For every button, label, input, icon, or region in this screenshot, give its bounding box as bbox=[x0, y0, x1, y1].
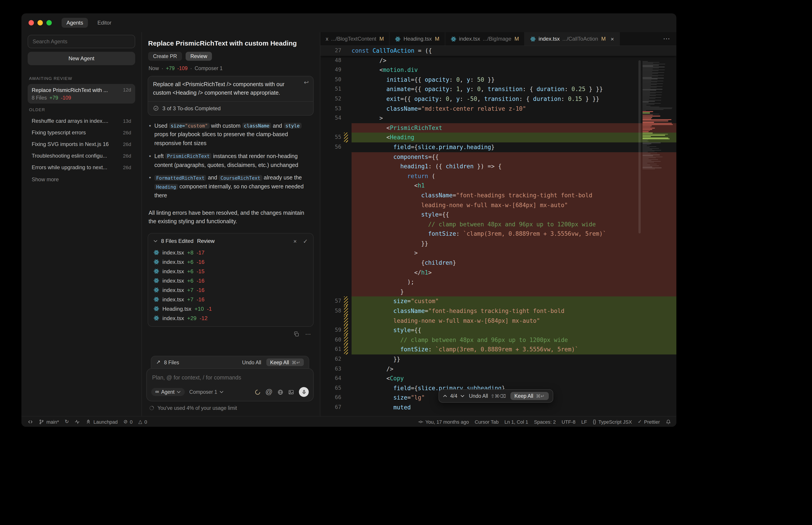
git-branch[interactable]: main* bbox=[39, 419, 59, 424]
code-line[interactable]: 52exit={{ opacity: 0, y: -50, transition… bbox=[321, 94, 676, 104]
restore-checkpoint-icon[interactable]: ↩ bbox=[304, 79, 309, 85]
code-line[interactable]: 67muted bbox=[321, 403, 676, 412]
image-icon[interactable] bbox=[288, 389, 294, 395]
code-line[interactable]: heading1: ({ children }) => { bbox=[321, 162, 676, 171]
code-line[interactable]: 49<motion.div bbox=[321, 65, 676, 75]
new-agent-button[interactable]: New Agent bbox=[28, 52, 135, 65]
prev-diff-icon[interactable] bbox=[443, 395, 447, 397]
code-line[interactable]: 59style={{ bbox=[321, 326, 676, 335]
code-line[interactable]: 53className="md:text-center relative z-1… bbox=[321, 104, 676, 114]
mention-icon[interactable]: @ bbox=[265, 388, 273, 395]
code-line[interactable]: 63/> bbox=[321, 364, 676, 374]
web-icon[interactable] bbox=[278, 389, 283, 395]
agent-list-item[interactable]: Fixing SVG imports in Next.js 1626d bbox=[28, 138, 135, 150]
tab-editor[interactable]: Editor bbox=[93, 18, 116, 28]
agent-mode-selector[interactable]: ∞ Agent bbox=[151, 388, 185, 396]
agent-activity[interactable] bbox=[75, 419, 80, 424]
agent-list-item[interactable]: Reshuffle card arrays in index....13d bbox=[28, 115, 135, 127]
edited-file-row[interactable]: index.tsx+6-16 bbox=[153, 257, 309, 267]
search-input[interactable] bbox=[33, 39, 130, 45]
cursor-position[interactable]: Ln 1, Col 1 bbox=[504, 419, 528, 424]
reject-all-icon[interactable]: × bbox=[293, 238, 297, 244]
agent-list-item-selected[interactable]: Replace PrismicRichText with ... 12d 8 F… bbox=[28, 84, 135, 104]
voice-button[interactable] bbox=[299, 387, 309, 397]
composer-input-card[interactable]: ∞ Agent Composer 1 @ bbox=[146, 368, 314, 401]
code-line[interactable]: }} bbox=[321, 239, 676, 249]
code-line[interactable]: } bbox=[321, 287, 676, 297]
language-mode[interactable]: {}TypeScript JSX bbox=[593, 419, 632, 424]
remote-indicator[interactable] bbox=[28, 419, 33, 424]
code-line[interactable]: 48/> bbox=[321, 56, 676, 65]
agent-list-item[interactable]: Errors while upgrading to next...26d bbox=[28, 162, 135, 173]
notifications[interactable] bbox=[666, 419, 671, 424]
sync-changes[interactable]: ↻ bbox=[65, 419, 69, 424]
code-line[interactable]: return ( bbox=[321, 171, 676, 181]
undo-all-button[interactable]: Undo All bbox=[242, 360, 261, 365]
review-button[interactable]: Review bbox=[185, 52, 212, 61]
more-actions-icon[interactable]: ⋯ bbox=[305, 331, 311, 337]
eol[interactable]: LF bbox=[581, 419, 587, 424]
code-line[interactable]: > bbox=[321, 249, 676, 258]
code-line[interactable]: 56field={slice.primary.heading} bbox=[321, 142, 676, 152]
warnings-count[interactable]: △0 bbox=[138, 419, 147, 424]
editor-tab[interactable]: index.tsx.../CallToActionM× bbox=[525, 32, 620, 46]
create-pr-button[interactable]: Create PR bbox=[148, 52, 182, 61]
code-line[interactable]: style={{ bbox=[321, 210, 676, 220]
code-line[interactable]: leading-none w-full max-w-[684px] mx-aut… bbox=[321, 316, 676, 326]
composer-selector[interactable]: Composer 1 bbox=[189, 389, 223, 395]
code-line[interactable]: 60// clamp between 48px and 96px up to 1… bbox=[321, 335, 676, 345]
last-commit[interactable]: You, 17 months ago bbox=[418, 419, 469, 424]
edited-file-row[interactable]: index.tsx+7-16 bbox=[153, 295, 309, 304]
composer-text-input[interactable] bbox=[152, 375, 310, 381]
editor-scrollbar[interactable] bbox=[638, 60, 641, 234]
files-review-link[interactable]: Review bbox=[197, 238, 215, 244]
indentation[interactable]: Spaces: 2 bbox=[534, 419, 556, 424]
formatter[interactable]: ✓Prettier bbox=[638, 419, 660, 424]
code-line[interactable]: 27const CallToAction = ({ bbox=[321, 46, 676, 56]
edited-file-row[interactable]: index.tsx+29-12 bbox=[153, 314, 309, 323]
code-line[interactable]: 50initial={{ opacity: 0, y: 50 }} bbox=[321, 75, 676, 85]
todos-row[interactable]: 3 of 3 To-dos Completed bbox=[148, 101, 313, 115]
code-line[interactable]: ); bbox=[321, 278, 676, 287]
copy-icon[interactable] bbox=[294, 331, 299, 337]
next-diff-icon[interactable] bbox=[460, 395, 465, 397]
errors-count[interactable]: ⊘0 bbox=[124, 419, 133, 424]
cursor-tab[interactable]: Cursor Tab bbox=[475, 419, 499, 424]
code-line[interactable]: 57size="custom" bbox=[321, 297, 676, 306]
editor-tab[interactable]: Heading.tsxM bbox=[390, 32, 445, 46]
edited-file-row[interactable]: index.tsx+6-16 bbox=[153, 276, 309, 285]
expand-icon[interactable]: ↗ bbox=[156, 360, 160, 365]
code-line[interactable]: 61fontSize: `clamp(3rem, 0.8889rem + 3.5… bbox=[321, 345, 676, 355]
minimap[interactable] bbox=[642, 61, 675, 412]
agent-list-item[interactable]: Troubleshooting eslint configu...26d bbox=[28, 150, 135, 162]
agent-list-item[interactable]: Fixing typescript errors26d bbox=[28, 127, 135, 138]
code-line[interactable]: fontSize: `clamp(3rem, 0.8889rem + 3.555… bbox=[321, 229, 676, 239]
tab-agents[interactable]: Agents bbox=[62, 18, 88, 28]
undo-all-button[interactable]: Undo All ⇧⌘⌫ bbox=[469, 393, 506, 399]
files-edited-header[interactable]: 8 Files Edited Review × ✓ bbox=[153, 236, 309, 248]
code-line[interactable]: components={{ bbox=[321, 152, 676, 162]
edited-file-row[interactable]: Heading.tsx+10-1 bbox=[153, 304, 309, 314]
accept-all-icon[interactable]: ✓ bbox=[303, 238, 308, 244]
code-line[interactable]: // clamp between 48px and 96px up to 120… bbox=[321, 220, 676, 229]
code-line[interactable]: 64<Copy bbox=[321, 374, 676, 383]
zoom-window-button[interactable] bbox=[46, 20, 52, 26]
search-agents-box[interactable] bbox=[28, 35, 135, 48]
tab-close-icon[interactable]: × bbox=[611, 35, 614, 42]
code-line[interactable]: 54> bbox=[321, 114, 676, 123]
edited-file-row[interactable]: index.tsx+8-17 bbox=[153, 248, 309, 257]
minimize-window-button[interactable] bbox=[37, 20, 43, 26]
code-area[interactable]: 27const CallToAction = ({ 48/>49<motion.… bbox=[321, 46, 676, 416]
code-line[interactable]: className="font-headings tracking-tight … bbox=[321, 191, 676, 200]
edited-file-row[interactable]: index.tsx+7-16 bbox=[153, 285, 309, 295]
code-line[interactable]: 58className="font-headings tracking-tigh… bbox=[321, 306, 676, 316]
launchpad[interactable]: Launchpad bbox=[86, 419, 118, 424]
code-line[interactable]: leading-none w-full max-w-[684px] mx-aut… bbox=[321, 200, 676, 210]
code-line[interactable]: 51animate={{ opacity: 1, y: 0, transitio… bbox=[321, 85, 676, 94]
show-more-button[interactable]: Show more bbox=[28, 173, 135, 186]
editor-tab[interactable]: index.tsx.../BigImageM bbox=[445, 32, 525, 46]
code-line[interactable]: 62}} bbox=[321, 355, 676, 364]
keep-all-button[interactable]: Keep All ⌘↵ bbox=[267, 359, 304, 366]
code-line[interactable]: <PrismicRichText bbox=[321, 123, 676, 133]
code-line[interactable]: 55<Heading bbox=[321, 133, 676, 142]
